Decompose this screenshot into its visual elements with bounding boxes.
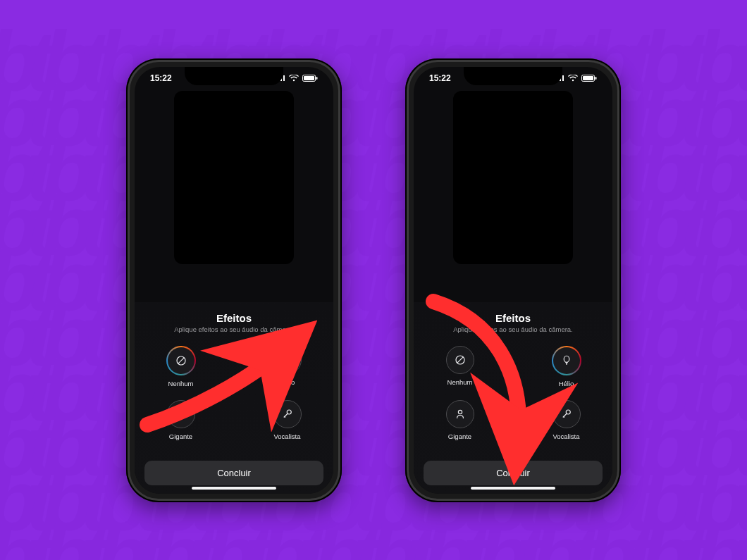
none-icon: [166, 346, 196, 375]
panel-subtitle: Aplique efeitos ao seu áudio da câmera.: [424, 325, 603, 333]
effect-vocalista[interactable]: Vocalista: [273, 400, 302, 442]
left-phone-wrap: 15:22 Efeitos Aplique efeitos ao seu áud…: [126, 58, 342, 502]
status-time: 15:22: [150, 73, 172, 83]
concluir-button[interactable]: Concluir: [144, 461, 323, 485]
effect-nenhum[interactable]: Nenhum: [446, 346, 474, 387]
svg-line-4: [178, 357, 183, 363]
panel-title: Efeitos: [144, 312, 323, 324]
effects-grid: Nenhum Hélio: [144, 343, 323, 443]
effects-panel: Efeitos Aplique efeitos ao seu áudio da …: [135, 302, 333, 494]
effects-grid: Nenhum Hélio: [424, 343, 603, 443]
home-indicator[interactable]: [192, 487, 276, 490]
left-phone-screen: 15:22 Efeitos Aplique efeitos ao seu áud…: [135, 67, 333, 494]
svg-point-5: [285, 355, 290, 361]
svg-point-14: [458, 410, 462, 413]
effect-label: Hélio: [559, 380, 574, 387]
right-phone: 15:22 Efeitos Aplique efeitos ao seu áud…: [405, 58, 621, 502]
giant-icon: [167, 400, 195, 428]
right-phone-wrap: 15:22 Efeitos Aplique efeitos ao seu áud…: [405, 58, 621, 502]
video-preview: [453, 91, 573, 264]
effect-label: Vocalista: [273, 433, 300, 440]
video-preview-area: [414, 67, 612, 302]
svg-rect-2: [316, 77, 318, 80]
none-icon: [446, 346, 474, 374]
svg-line-12: [457, 356, 462, 362]
effect-label: Gigante: [169, 433, 192, 440]
battery-icon: [302, 75, 318, 82]
svg-rect-9: [583, 76, 593, 80]
effect-label: Nenhum: [168, 380, 194, 387]
svg-rect-1: [304, 76, 314, 80]
notch: [185, 67, 283, 85]
svg-point-6: [179, 410, 183, 413]
panel-title: Efeitos: [424, 312, 603, 324]
video-preview: [174, 91, 294, 264]
svg-point-15: [566, 410, 570, 414]
effect-helio[interactable]: Hélio: [552, 346, 581, 387]
effect-label: Hélio: [280, 378, 295, 386]
svg-point-13: [564, 356, 569, 362]
video-preview-area: [135, 67, 333, 302]
wifi-icon: [568, 75, 578, 82]
effect-label: Vocalista: [552, 433, 579, 440]
mic-icon: [273, 400, 302, 428]
svg-rect-10: [595, 77, 597, 80]
balloon-icon: [552, 346, 581, 375]
panel-subtitle: Aplique efeitos ao seu áudio da câmera.: [144, 325, 323, 333]
effect-nenhum[interactable]: Nenhum: [166, 346, 196, 387]
giant-icon: [446, 400, 474, 428]
balloon-icon: [273, 346, 302, 374]
right-phone-screen: 15:22 Efeitos Aplique efeitos ao seu áud…: [414, 67, 612, 494]
effect-gigante[interactable]: Gigante: [167, 400, 195, 442]
effect-vocalista[interactable]: Vocalista: [552, 400, 581, 442]
effect-label: Nenhum: [447, 378, 473, 386]
effects-panel: Efeitos Aplique efeitos ao seu áudio da …: [414, 302, 612, 494]
mic-icon: [552, 400, 581, 428]
wifi-icon: [289, 75, 299, 82]
notch: [464, 67, 562, 85]
effect-helio[interactable]: Hélio: [273, 346, 302, 387]
effect-label: Gigante: [448, 433, 471, 440]
status-time: 15:22: [429, 73, 451, 83]
battery-icon: [581, 75, 597, 82]
svg-point-7: [287, 410, 291, 414]
effect-gigante[interactable]: Gigante: [446, 400, 474, 442]
home-indicator[interactable]: [471, 487, 555, 490]
concluir-button[interactable]: Concluir: [424, 461, 603, 485]
left-phone: 15:22 Efeitos Aplique efeitos ao seu áud…: [126, 58, 342, 502]
